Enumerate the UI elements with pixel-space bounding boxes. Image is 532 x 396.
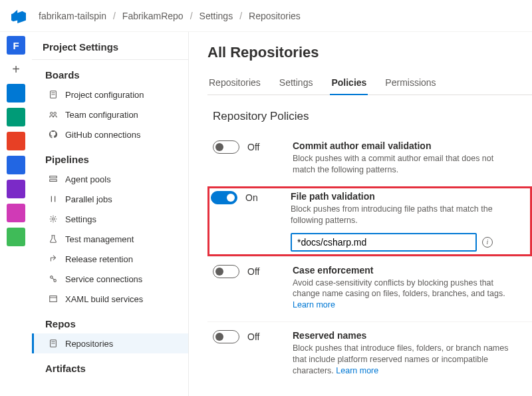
project-settings-sidebar: Project Settings BoardsProject configura… [32,32,189,396]
sidebar-item-label: Project configuration [65,90,144,100]
svg-rect-6 [50,180,57,182]
svg-rect-13 [50,296,57,302]
azure-devops-logo[interactable] [9,7,28,25]
breadcrumb-sep: / [186,11,197,21]
toggle-label: Off [247,266,259,277]
svg-point-11 [54,280,57,282]
sidebar-section-title: Artifacts [32,353,188,378]
sidebar-item-team-configuration[interactable]: Team configuration [32,104,188,124]
release-icon [48,254,59,264]
rail-item[interactable] [7,228,25,246]
xaml-icon [48,294,59,304]
breadcrumb-item[interactable]: FabrikamRepo [120,11,186,21]
sidebar-item-label: Parallel jobs [65,194,112,204]
sidebar-item-github-connections[interactable]: GitHub connections [32,124,188,144]
policy-desc: Block pushes with a commit author email … [293,153,513,176]
policy-name: Commit author email validation [293,140,513,151]
sidebar-item-label: Settings [65,214,96,224]
toggle-switch[interactable] [211,191,237,204]
doc-icon [48,338,59,349]
file-path-pattern-input[interactable] [291,233,477,252]
rail-item[interactable]: F [7,36,25,55]
learn-more-link[interactable]: Learn more [336,366,378,375]
sidebar-section-title: Repos [32,309,188,333]
rail-item[interactable] [7,132,25,150]
sidebar-item-service-connections[interactable]: Service connections [32,269,188,289]
policy-row: OffReserved namesBlock pushes that intro… [207,321,532,387]
svg-point-9 [52,218,55,220]
sidebar-section-title: Boards [32,60,188,85]
sidebar-item-parallel-jobs[interactable]: Parallel jobs [32,189,188,209]
pool-icon [48,174,59,184]
toggle-switch[interactable] [213,140,239,154]
gear-icon [48,214,59,224]
toggle-switch[interactable] [213,265,239,278]
learn-more-link[interactable]: Learn more [293,300,335,309]
tab-permissions[interactable]: Permissions [384,73,437,95]
team-icon [48,109,59,120]
sidebar-item-test-management[interactable]: Test management [32,229,188,249]
sidebar-item-repositories[interactable]: Repositories [32,333,188,353]
svg-point-3 [51,112,53,115]
rail-item[interactable] [7,204,25,222]
policy-name: File path validation [291,191,517,202]
sidebar-section-title: Pipelines [32,144,188,169]
sidebar-item-settings[interactable]: Settings [32,209,188,229]
tab-repositories[interactable]: Repositories [207,73,262,95]
policy-row: OnFile path validationBlock pushes from … [207,186,532,256]
policy-desc: Avoid case-sensitivity conflicts by bloc… [293,278,513,311]
sidebar-item-label: Agent pools [65,174,111,184]
conn-icon [48,274,59,284]
sidebar-item-label: XAML build services [65,294,143,304]
svg-point-4 [54,112,57,115]
info-icon[interactable]: i [482,237,493,248]
toggle-label: Off [247,142,259,152]
sidebar-item-xaml-build-services[interactable]: XAML build services [32,289,188,309]
tab-policies[interactable]: Policies [330,73,368,95]
policy-name: Reserved names [293,330,513,341]
policy-row: OffCase enforcementAvoid case-sensitivit… [207,256,532,322]
policy-desc: Block pushes from introducing file paths… [291,204,517,226]
breadcrumb-sep: / [235,11,246,21]
svg-point-10 [51,276,53,279]
panel-title: Repository Policies [213,110,532,123]
breadcrumb-item[interactable]: fabrikam-tailspin [36,11,109,21]
policy-desc: Block pushes that introduce files, folde… [293,343,513,377]
breadcrumb-sep: / [109,11,120,21]
rail-item[interactable] [7,156,25,174]
left-rail: F+ [0,32,32,396]
tab-settings[interactable]: Settings [278,73,315,95]
toggle-switch[interactable] [213,330,239,343]
toggle-label: On [245,192,258,203]
github-icon [48,129,59,140]
sidebar-item-label: GitHub connections [65,130,140,140]
page-title: All Repositories [207,44,532,61]
sidebar-item-label: Team configuration [65,110,138,120]
svg-line-12 [53,278,55,280]
rail-item[interactable] [7,84,25,102]
main-content: All Repositories RepositoriesSettingsPol… [189,32,532,396]
rail-item[interactable] [7,180,25,198]
sidebar-item-agent-pools[interactable]: Agent pools [32,169,188,189]
sidebar-item-label: Service connections [65,274,142,284]
sidebar-item-label: Test management [65,234,134,244]
svg-rect-5 [50,176,57,178]
toggle-label: Off [247,331,259,342]
sidebar-item-release-retention[interactable]: Release retention [32,249,188,269]
sidebar-item-label: Repositories [65,339,113,349]
policy-row: OffCommit author email validationBlock p… [207,132,532,186]
breadcrumb-item[interactable]: Settings [197,11,236,21]
header-bar: fabrikam-tailspin/FabrikamRepo/Settings/… [0,0,532,32]
policy-name: Case enforcement [293,265,513,276]
doc-icon [48,89,59,100]
breadcrumb-item[interactable]: Repositories [246,11,303,21]
parallel-icon [48,194,59,204]
tab-bar: RepositoriesSettingsPoliciesPermissions [207,73,532,95]
sidebar-item-label: Release retention [65,254,133,264]
rail-item[interactable] [7,108,25,126]
flask-icon [48,234,59,244]
breadcrumb: fabrikam-tailspin/FabrikamRepo/Settings/… [36,11,303,21]
sidebar-item-project-configuration[interactable]: Project configuration [32,85,188,104]
rail-add-button[interactable]: + [7,60,25,79]
sidebar-title: Project Settings [32,32,188,60]
